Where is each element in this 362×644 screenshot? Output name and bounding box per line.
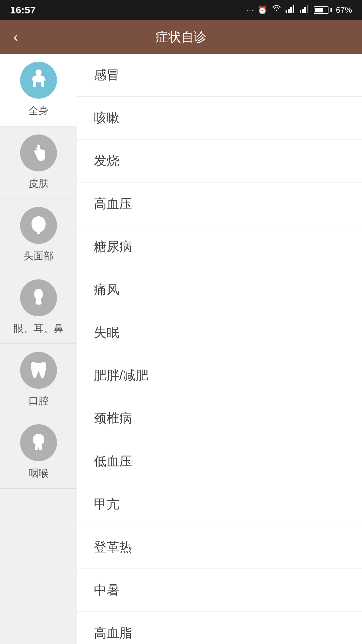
- sidebar-label-yan-er-bi: 眼、耳、鼻: [13, 322, 64, 335]
- sidebar-item-yanhou[interactable]: 咽喉: [0, 416, 77, 489]
- svg-rect-1: [288, 9, 290, 13]
- status-time: 16:57: [10, 4, 36, 16]
- sidebar-item-toumianbu[interactable]: 头面部: [0, 199, 77, 271]
- list-item[interactable]: 颈椎病: [77, 397, 362, 440]
- nose-icon: [27, 286, 50, 310]
- sidebar-label-kouqiang: 口腔: [28, 394, 49, 408]
- svg-point-11: [36, 146, 38, 147]
- alarm-icon: ⏰: [257, 5, 267, 15]
- list-item[interactable]: 高血压: [77, 182, 362, 225]
- signal-dots-icon: ···: [247, 5, 253, 15]
- sidebar: 全身 皮肤 头面部: [0, 54, 77, 644]
- wifi-icon: [272, 5, 282, 15]
- list-item[interactable]: 中暑: [77, 569, 362, 612]
- throat-icon: [27, 431, 50, 454]
- list-item[interactable]: 高血脂: [77, 612, 362, 644]
- tooth-icon: [27, 359, 50, 382]
- head-icon: [27, 214, 50, 237]
- body-icon: [27, 68, 50, 92]
- hand-icon: [27, 141, 50, 165]
- sidebar-label-toumianbu: 头面部: [23, 249, 54, 263]
- list-item[interactable]: 感冒: [77, 54, 362, 97]
- yan-er-bi-icon-bg: [20, 279, 57, 316]
- quanshen-icon-bg: [20, 62, 57, 99]
- list-item[interactable]: 失眠: [77, 311, 362, 354]
- status-bar: 16:57 ··· ⏰: [0, 0, 362, 20]
- signal-bar-icon: [286, 5, 296, 15]
- list-item[interactable]: 糖尿病: [77, 225, 362, 268]
- status-icons: ··· ⏰: [247, 5, 352, 15]
- sidebar-item-quanshen[interactable]: 全身: [0, 54, 77, 126]
- toumianbu-icon-bg: [20, 207, 57, 244]
- svg-rect-6: [304, 7, 306, 13]
- sidebar-item-pifu[interactable]: 皮肤: [0, 126, 77, 199]
- svg-rect-0: [286, 10, 287, 13]
- svg-rect-5: [302, 9, 304, 13]
- list-item[interactable]: 发烧: [77, 140, 362, 182]
- svg-point-9: [35, 147, 36, 149]
- signal-bar2-icon: [300, 5, 310, 15]
- svg-rect-7: [307, 5, 308, 13]
- list-item[interactable]: 痛风: [77, 268, 362, 311]
- sidebar-label-pifu: 皮肤: [28, 177, 49, 191]
- yanhou-icon-bg: [20, 424, 57, 461]
- battery-icon: [314, 6, 332, 14]
- sidebar-label-quanshen: 全身: [28, 104, 49, 118]
- list-item[interactable]: 肥胖/减肥: [77, 354, 362, 397]
- sidebar-item-kouqiang[interactable]: 口腔: [0, 344, 77, 416]
- sidebar-label-yanhou: 咽喉: [28, 467, 49, 480]
- svg-point-12: [36, 302, 38, 304]
- battery-percent: 67%: [336, 5, 352, 15]
- sidebar-item-yan-er-bi[interactable]: 眼、耳、鼻: [0, 271, 77, 344]
- svg-rect-2: [290, 7, 292, 13]
- symptom-list: 感冒 咳嗽 发烧 高血压 糖尿病 痛风 失眠 肥胖/减肥 颈椎病 低血压 甲亢: [77, 54, 362, 644]
- kouqiang-icon-bg: [20, 352, 57, 389]
- svg-point-10: [34, 149, 35, 150]
- svg-rect-3: [293, 5, 294, 13]
- back-button[interactable]: ‹: [10, 26, 21, 47]
- header: ‹ 症状自诊: [0, 20, 362, 54]
- list-item[interactable]: 登革热: [77, 526, 362, 569]
- page-title: 症状自诊: [156, 29, 206, 46]
- svg-rect-4: [300, 10, 301, 13]
- pifu-icon-bg: [20, 135, 57, 171]
- svg-point-13: [39, 302, 42, 304]
- list-item[interactable]: 低血压: [77, 440, 362, 483]
- main-content: 全身 皮肤 头面部: [0, 54, 362, 644]
- svg-point-8: [36, 69, 42, 75]
- list-item[interactable]: 咳嗽: [77, 97, 362, 140]
- list-item[interactable]: 甲亢: [77, 483, 362, 526]
